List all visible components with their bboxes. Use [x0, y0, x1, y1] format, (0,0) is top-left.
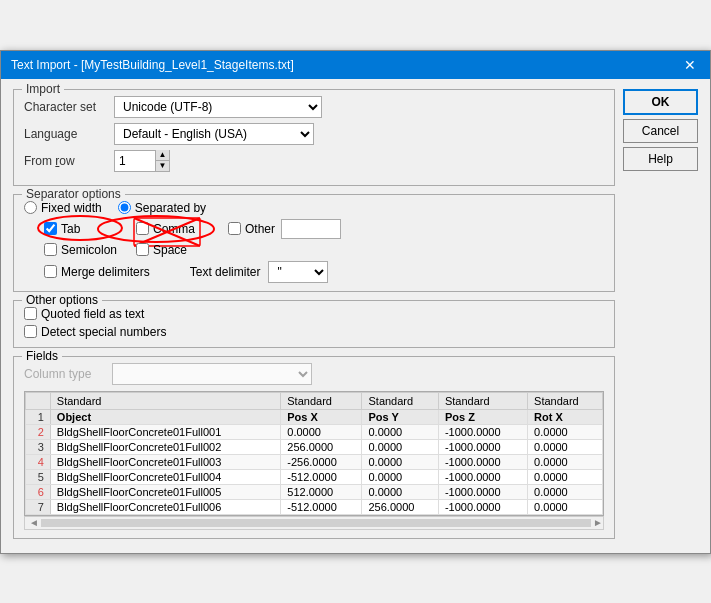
other-options-label: Other options	[22, 293, 102, 307]
fields-section: Fields Column type Standard Standard	[13, 356, 615, 539]
table-cell: 0.0000	[528, 499, 603, 514]
table-cell: -1000.0000	[438, 469, 527, 484]
table-cell: 1	[26, 409, 51, 424]
checkbox-row2: Semicolon Space	[44, 243, 604, 257]
th-rownum	[26, 392, 51, 409]
th-col1[interactable]: Standard	[50, 392, 280, 409]
tab-checkbox[interactable]	[44, 222, 57, 235]
space-label: Space	[153, 243, 187, 257]
table-header-row1: Standard Standard Standard Standard Stan…	[26, 392, 603, 409]
th-col3[interactable]: Standard	[362, 392, 438, 409]
merge-option[interactable]: Merge delimiters	[44, 265, 150, 279]
space-option[interactable]: Space	[136, 243, 216, 257]
th-col2[interactable]: Standard	[281, 392, 362, 409]
table-cell: -256.0000	[281, 454, 362, 469]
separated-by-option[interactable]: Separated by	[118, 201, 206, 215]
table-row: 5BldgShellFloorConcrete01Full004-512.000…	[26, 469, 603, 484]
from-row-label: From row	[24, 154, 114, 168]
table-cell: 2	[26, 424, 51, 439]
separator-section: Separator options Fixed width Separated …	[13, 194, 615, 292]
table-cell: 256.0000	[362, 499, 438, 514]
horizontal-scrollbar[interactable]: ◄ ►	[24, 516, 604, 530]
fixed-width-label: Fixed width	[41, 201, 102, 215]
separated-by-radio[interactable]	[118, 201, 131, 214]
text-delimiter-select[interactable]: " ' None	[268, 261, 328, 283]
from-row-spinner: ▲ ▼	[114, 150, 170, 172]
column-type-select[interactable]	[112, 363, 312, 385]
title-bar: Text Import - [MyTestBuilding_Level1_Sta…	[1, 51, 710, 79]
detect-numbers-checkbox[interactable]	[24, 325, 37, 338]
quoted-field-row: Quoted field as text	[24, 307, 604, 321]
checkbox-row1: Tab Comma	[44, 219, 604, 239]
col-type-label: Column type	[24, 367, 104, 381]
dialog-title: Text Import - [MyTestBuilding_Level1_Sta…	[11, 58, 294, 72]
radio-row: Fixed width Separated by	[24, 201, 604, 215]
table-cell: 0.0000	[528, 424, 603, 439]
data-table-container: Standard Standard Standard Standard Stan…	[24, 391, 604, 516]
text-delimiter-label: Text delimiter	[190, 265, 261, 279]
table-cell: 6	[26, 484, 51, 499]
other-label: Other	[245, 222, 275, 236]
cancel-button[interactable]: Cancel	[623, 119, 698, 143]
merge-text-delim-row: Merge delimiters Text delimiter " ' None	[44, 261, 604, 283]
semicolon-option[interactable]: Semicolon	[44, 243, 124, 257]
quoted-field-option[interactable]: Quoted field as text	[24, 307, 592, 321]
other-input[interactable]	[281, 219, 341, 239]
charset-label: Character set	[24, 100, 114, 114]
table-cell: Pos Z	[438, 409, 527, 424]
table-cell: BldgShellFloorConcrete01Full002	[50, 439, 280, 454]
detect-numbers-option[interactable]: Detect special numbers	[24, 325, 592, 339]
ok-button[interactable]: OK	[623, 89, 698, 115]
table-cell: BldgShellFloorConcrete01Full003	[50, 454, 280, 469]
other-options-section: Other options Quoted field as text Detec…	[13, 300, 615, 348]
import-section-label: Import	[22, 82, 64, 96]
spinner-down[interactable]: ▼	[155, 161, 169, 172]
table-cell: 5	[26, 469, 51, 484]
comma-checkbox[interactable]	[136, 222, 149, 235]
main-content: Import Character set Unicode (UTF-8) Wes…	[13, 89, 615, 543]
spinner-up[interactable]: ▲	[155, 150, 169, 161]
table-cell: Pos Y	[362, 409, 438, 424]
comma-option[interactable]: Comma	[136, 222, 216, 236]
table-cell: -1000.0000	[438, 484, 527, 499]
quoted-field-label: Quoted field as text	[41, 307, 144, 321]
separator-section-label: Separator options	[22, 187, 125, 201]
close-button[interactable]: ✕	[680, 57, 700, 73]
space-checkbox[interactable]	[136, 243, 149, 256]
table-cell: 0.0000	[362, 484, 438, 499]
table-row: 7BldgShellFloorConcrete01Full006-512.000…	[26, 499, 603, 514]
tab-option[interactable]: Tab	[44, 222, 124, 236]
detect-numbers-row: Detect special numbers	[24, 325, 604, 339]
table-cell: 0.0000	[528, 484, 603, 499]
merge-checkbox[interactable]	[44, 265, 57, 278]
language-label: Language	[24, 127, 114, 141]
comma-label: Comma	[153, 222, 195, 236]
tab-label: Tab	[61, 222, 80, 236]
charset-row: Character set Unicode (UTF-8) Western Eu…	[24, 96, 604, 118]
th-col4[interactable]: Standard	[438, 392, 527, 409]
separated-by-label: Separated by	[135, 201, 206, 215]
from-row-input[interactable]	[115, 151, 155, 171]
table-cell: 7	[26, 499, 51, 514]
table-cell: Rot X	[528, 409, 603, 424]
language-row: Language Default - English (USA)	[24, 123, 604, 145]
from-row-row: From row ▲ ▼	[24, 150, 604, 172]
semicolon-label: Semicolon	[61, 243, 117, 257]
table-cell: 0.0000	[528, 469, 603, 484]
table-cell: BldgShellFloorConcrete01Full005	[50, 484, 280, 499]
charset-select[interactable]: Unicode (UTF-8) Western Europe (Windows-…	[114, 96, 322, 118]
quoted-field-checkbox[interactable]	[24, 307, 37, 320]
semicolon-checkbox[interactable]	[44, 243, 57, 256]
language-select[interactable]: Default - English (USA)	[114, 123, 314, 145]
help-button[interactable]: Help	[623, 147, 698, 171]
th-col5[interactable]: Standard	[528, 392, 603, 409]
other-checkbox[interactable]	[228, 222, 241, 235]
table-cell: 0.0000	[528, 454, 603, 469]
other-option[interactable]: Other	[228, 222, 275, 236]
table-cell: 4	[26, 454, 51, 469]
fixed-width-option[interactable]: Fixed width	[24, 201, 102, 215]
fixed-width-radio[interactable]	[24, 201, 37, 214]
table-row: 1ObjectPos XPos YPos ZRot X	[26, 409, 603, 424]
table-cell: 0.0000	[362, 469, 438, 484]
table-cell: 256.0000	[281, 439, 362, 454]
